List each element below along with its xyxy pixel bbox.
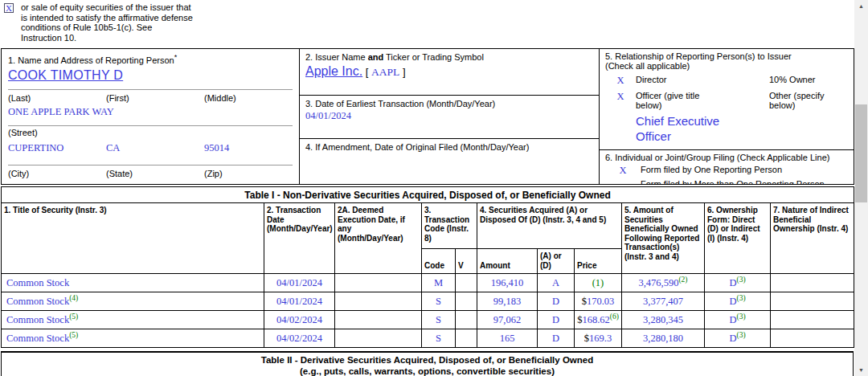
a-or-d-cell: D xyxy=(538,292,575,311)
owned-cell: 3,280,345 xyxy=(622,311,705,329)
header-code: Code xyxy=(422,249,456,274)
reporting-person-link[interactable]: COOK TIMOTHY D xyxy=(8,68,123,83)
city-label: (City) xyxy=(8,169,106,178)
rule10b5-note-text: or sale of equity securities of the issu… xyxy=(21,2,193,43)
zip-value: 95014 xyxy=(204,142,293,154)
section-amendment: 4. If Amendment, Date of Original Filed … xyxy=(300,139,599,155)
more-person-check xyxy=(605,179,641,184)
table1-non-derivative: Table I - Non-Derivative Securities Acqu… xyxy=(1,186,854,348)
price-cell: $170.03 xyxy=(575,292,622,311)
form4-page: X or sale of equity securities of the is… xyxy=(0,0,868,376)
scroll-up-icon[interactable]: ▲ xyxy=(854,0,868,12)
a-or-d-cell: D xyxy=(538,311,575,329)
asterisk: * xyxy=(174,53,178,61)
issuer-link[interactable]: Apple Inc. xyxy=(305,64,362,78)
header-a-or-d: (A) or (D) xyxy=(538,249,575,274)
more-person-label: Form filed by More than One Reporting Pe… xyxy=(641,179,850,184)
deemed-cell xyxy=(335,274,422,292)
date-cell: 04/02/2024 xyxy=(264,329,335,348)
section3-label: 3. Date of Earliest Transaction (Month/D… xyxy=(305,99,593,108)
ticker-symbol: AAPL xyxy=(371,66,399,78)
amount-cell: 165 xyxy=(477,329,538,348)
v-cell xyxy=(456,329,477,348)
header-securities-acquired: 4. Securities Acquired (A) or Disposed O… xyxy=(477,203,622,249)
header-transaction-code: 3. Transaction Code (Instr. 8) xyxy=(422,203,477,249)
section4-label: 4. If Amendment, Date of Original Filed … xyxy=(305,142,593,152)
date-cell: 04/02/2024 xyxy=(264,311,335,329)
amount-cell: 97,062 xyxy=(477,311,538,329)
note-line: Instruction 10. xyxy=(21,33,193,43)
header-amount: Amount xyxy=(477,249,538,274)
vertical-scrollbar[interactable]: ▲ ▼ xyxy=(854,0,868,376)
table1-title: Table I - Non-Derivative Securities Acqu… xyxy=(2,187,854,203)
section-issuer: 2. Issuer Name and Ticker or Trading Sym… xyxy=(300,49,599,96)
rule10b5-note: X or sale of equity securities of the is… xyxy=(4,2,193,43)
a-or-d-cell: D xyxy=(538,329,575,348)
header-price: Price xyxy=(575,249,622,274)
middle-label: (Middle) xyxy=(204,93,293,103)
header-title-of-security: 1. Title of Security (Instr. 3) xyxy=(2,203,264,274)
price-cell: $169.3 xyxy=(575,329,622,348)
header-ownership-form: 6. Ownership Form: Direct (D) or Indirec… xyxy=(705,203,771,274)
ownership-form-cell: D(3) xyxy=(705,292,771,311)
code-cell: S xyxy=(422,329,456,348)
deemed-cell xyxy=(335,311,422,329)
state-value: CA xyxy=(106,142,204,154)
owned-cell: 3,476,590(2) xyxy=(622,274,705,292)
section-earliest-transaction: 3. Date of Earliest Transaction (Month/D… xyxy=(300,96,599,139)
code-cell: S xyxy=(422,311,456,329)
owned-cell: 3,280,180 xyxy=(622,329,705,348)
security-cell: Common Stock xyxy=(2,274,264,292)
v-cell xyxy=(456,311,477,329)
table2-title-line2: (e.g., puts, calls, warrants, options, c… xyxy=(2,366,853,376)
other-label: Other (specify below) xyxy=(758,91,850,110)
zip-label: (Zip) xyxy=(204,169,293,178)
table-row: Common Stock 04/01/2024 M 196,410 A (1) … xyxy=(2,274,854,292)
header-v: V xyxy=(456,249,477,274)
nature-cell xyxy=(771,311,854,329)
deemed-cell xyxy=(335,292,422,311)
one-person-check: X xyxy=(605,165,641,177)
scrollbar-thumb[interactable] xyxy=(855,104,867,202)
director-check: X xyxy=(605,75,636,87)
divider xyxy=(8,165,293,166)
deemed-cell xyxy=(335,329,422,348)
one-person-label: Form filed by One Reporting Person xyxy=(641,165,850,177)
divider xyxy=(8,89,293,90)
bracket-open: [ xyxy=(366,66,369,78)
divider xyxy=(8,125,293,126)
director-label: Director xyxy=(636,75,758,87)
officer-title-value: Chief Executive Officer xyxy=(636,113,739,144)
bracket-close: ] xyxy=(403,66,406,78)
section5-sublabel: (Check all applicable) xyxy=(605,61,850,71)
ownership-form-cell: D(3) xyxy=(705,274,771,292)
amount-cell: 99,183 xyxy=(477,292,538,311)
price-cell: $168.62(6) xyxy=(575,311,622,329)
a-or-d-cell: A xyxy=(538,274,575,292)
date-cell: 04/01/2024 xyxy=(264,274,335,292)
section-issuer-dates: 2. Issuer Name and Ticker or Trading Sym… xyxy=(300,49,600,184)
street-value: ONE APPLE PARK WAY xyxy=(8,106,293,118)
section2-label: 2. Issuer Name and Ticker or Trading Sym… xyxy=(305,52,593,62)
table-row: Common Stock(4) 04/01/2024 S 99,183 D $1… xyxy=(2,292,854,311)
state-label: (State) xyxy=(106,169,204,178)
security-cell: Common Stock(5) xyxy=(2,311,264,329)
section-filing-type: 6. Individual or Joint/Group Filing (Che… xyxy=(600,150,855,184)
table-row: Common Stock(5) 04/02/2024 S 97,062 D $1… xyxy=(2,311,854,329)
nature-cell xyxy=(771,274,854,292)
officer-label: Officer (give title below) xyxy=(636,91,726,110)
note-line: conditions of Rule 10b5-1(c). See xyxy=(21,22,193,33)
ownership-form-cell: D(3) xyxy=(705,311,771,329)
table-row: Common Stock(5) 04/02/2024 S 165 D $169.… xyxy=(2,329,854,348)
header-nature-indirect: 7. Nature of Indirect Beneficial Ownersh… xyxy=(771,203,854,274)
code-cell: S xyxy=(422,292,456,311)
v-cell xyxy=(456,292,477,311)
section1-label: 1. Name and Address of Reporting Person* xyxy=(8,52,293,65)
header-amount-owned: 5. Amount of Securities Beneficially Own… xyxy=(622,203,705,274)
security-cell: Common Stock(4) xyxy=(2,292,264,311)
code-cell: M xyxy=(422,274,456,292)
note-line: or sale of equity securities of the issu… xyxy=(21,2,193,13)
scroll-down-icon[interactable]: ▼ xyxy=(854,364,868,376)
section-relationship-filing: 5. Relationship of Reporting Person(s) t… xyxy=(600,49,855,184)
section6-label: 6. Individual or Joint/Group Filing (Che… xyxy=(605,153,850,162)
